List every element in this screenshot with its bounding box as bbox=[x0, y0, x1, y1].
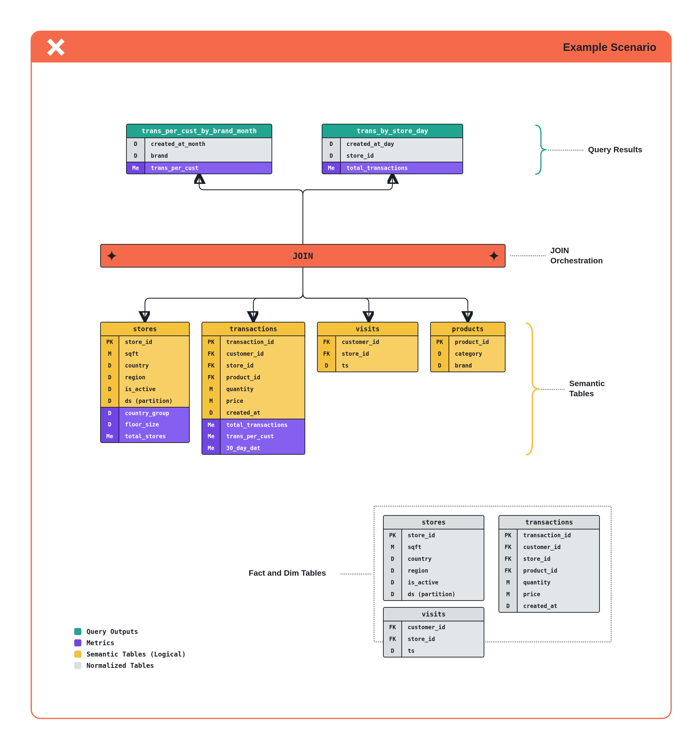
column-type-tag: M bbox=[202, 395, 221, 407]
column-name: ds (partition) bbox=[402, 588, 484, 600]
table-row: Dts bbox=[318, 360, 418, 372]
table-row: FKstore_id bbox=[202, 360, 305, 372]
annotation-semantic: Semantic Tables bbox=[569, 378, 605, 399]
column-type-tag: Me bbox=[202, 442, 221, 454]
table-row: PKtransaction_id bbox=[499, 530, 599, 541]
column-name: created_at bbox=[517, 600, 599, 612]
column-name: brand bbox=[145, 150, 272, 162]
table-row: Msqft bbox=[101, 348, 189, 360]
table-header: transactions bbox=[202, 323, 305, 336]
column-type-tag: FK bbox=[202, 372, 221, 383]
table-row: Metrans_per_cust bbox=[202, 430, 305, 442]
column-name: sqft bbox=[119, 348, 189, 360]
leader-dots bbox=[340, 574, 371, 574]
column-type-tag: D bbox=[101, 395, 119, 407]
legend-swatch bbox=[74, 662, 81, 669]
table-header: products bbox=[431, 323, 505, 336]
table-row: Metrans_per_cust bbox=[127, 162, 272, 174]
column-name: customer_id bbox=[336, 336, 418, 348]
table-row: FKcustomer_id bbox=[384, 621, 484, 633]
column-type-tag: D bbox=[384, 553, 402, 565]
column-name: created_at bbox=[221, 407, 305, 419]
column-type-tag: FK bbox=[318, 348, 336, 360]
column-name: ds (partition) bbox=[119, 395, 189, 407]
column-name: 30_day_dat bbox=[221, 442, 305, 454]
column-name: store_id bbox=[119, 336, 189, 348]
column-type-tag: FK bbox=[499, 553, 517, 565]
legend-item: Query Outputs bbox=[74, 626, 186, 637]
column-type-tag: PK bbox=[202, 336, 221, 348]
column-type-tag: Me bbox=[202, 430, 221, 442]
column-type-tag: D bbox=[384, 565, 402, 577]
leader-dots bbox=[510, 255, 545, 256]
table-row: Metotal_transactions bbox=[323, 162, 462, 174]
table-row: Metotal_transactions bbox=[202, 419, 305, 430]
table-row: Dts bbox=[384, 645, 484, 657]
column-name: transaction_id bbox=[517, 530, 599, 541]
column-type-tag: FK bbox=[202, 348, 221, 360]
column-type-tag: D bbox=[101, 419, 119, 430]
column-name: store_id bbox=[402, 633, 484, 645]
column-type-tag: D bbox=[384, 577, 402, 588]
column-name: region bbox=[402, 565, 484, 577]
table-row: PKstore_id bbox=[101, 336, 189, 348]
panel-title: Example Scenario bbox=[563, 41, 656, 54]
table-row: FKstore_id bbox=[384, 633, 484, 645]
column-name: sqft bbox=[402, 541, 484, 553]
annotation-join: JOIN Orchestration bbox=[550, 246, 603, 265]
column-name: created_at_day bbox=[341, 138, 462, 150]
column-type-tag: M bbox=[101, 348, 119, 360]
legend-swatch bbox=[74, 651, 81, 658]
column-name: country bbox=[402, 553, 484, 565]
table-row: Dfloor_size bbox=[101, 419, 189, 430]
table-row: Dcreated_at bbox=[202, 407, 305, 419]
legend-item: Normalized Tables bbox=[74, 660, 186, 671]
table-row: Dbrand bbox=[127, 150, 272, 162]
column-name: price bbox=[517, 588, 599, 600]
column-name: transaction_id bbox=[221, 336, 305, 348]
norm-table-transactions: transactionsPKtransaction_idFKcustomer_i… bbox=[498, 515, 600, 613]
column-type-tag: D bbox=[323, 150, 341, 162]
column-name: store_id bbox=[402, 530, 484, 541]
column-type-tag: Me bbox=[323, 162, 341, 174]
column-name: created_at_month bbox=[145, 138, 272, 150]
table-row: Mquantity bbox=[202, 383, 305, 395]
table-row: Dcreated_at bbox=[499, 600, 599, 612]
column-name: quantity bbox=[517, 577, 599, 588]
annotation-query-results: Query Results bbox=[588, 144, 642, 155]
column-name: ts bbox=[336, 360, 418, 372]
column-type-tag: FK bbox=[318, 336, 336, 348]
table-row: Dregion bbox=[384, 565, 484, 577]
example-scenario-panel: Example Scenario bbox=[31, 31, 672, 719]
column-type-tag: FK bbox=[499, 541, 517, 553]
legend-item: Semantic Tables (Logical) bbox=[74, 649, 186, 660]
column-name: total_stores bbox=[119, 430, 189, 442]
column-name: ts bbox=[402, 645, 484, 657]
column-type-tag: D bbox=[431, 360, 449, 372]
column-name: product_id bbox=[517, 565, 599, 577]
column-name: country bbox=[119, 360, 189, 372]
table-row: Dcountry bbox=[384, 553, 484, 565]
column-type-tag: D bbox=[101, 408, 119, 419]
sparkle-icon bbox=[107, 251, 117, 261]
table-row: Dcountry_group bbox=[101, 407, 189, 419]
table-row: FKproduct_id bbox=[499, 565, 599, 577]
table-header: visits bbox=[318, 323, 418, 336]
column-type-tag: D bbox=[101, 383, 119, 395]
column-type-tag: M bbox=[499, 588, 517, 600]
column-type-tag: PK bbox=[431, 336, 449, 348]
table-header: trans_by_store_day bbox=[323, 125, 462, 138]
query-table-trans-by-store-day: trans_by_store_dayDcreated_at_dayDstore_… bbox=[322, 124, 463, 174]
table-row: Msqft bbox=[384, 541, 484, 553]
panel-header: Example Scenario bbox=[32, 32, 670, 62]
column-type-tag: D bbox=[384, 645, 402, 657]
column-type-tag: PK bbox=[384, 530, 402, 541]
column-name: trans_per_cust bbox=[221, 430, 305, 442]
table-row: Dcreated_at_day bbox=[323, 138, 462, 150]
legend-item: Metrics bbox=[74, 637, 186, 649]
column-type-tag: Me bbox=[127, 162, 145, 174]
table-header: stores bbox=[101, 323, 189, 336]
table-row: FKcustomer_id bbox=[318, 336, 418, 348]
column-type-tag: D bbox=[318, 360, 336, 372]
legend-swatch bbox=[74, 639, 81, 646]
